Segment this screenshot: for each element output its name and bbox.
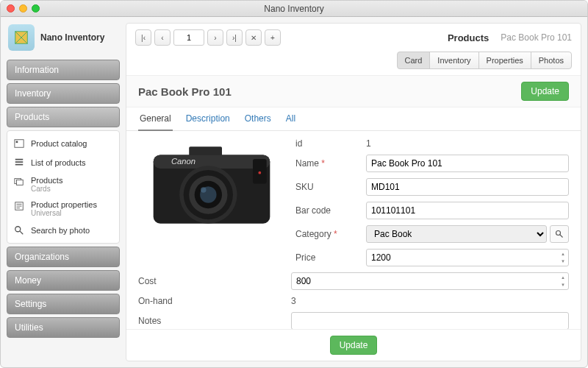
main-panel: |‹ ‹ › ›| ✕ + Products Pac Book Pro 101 … — [126, 23, 581, 361]
svg-rect-2 — [16, 141, 18, 144]
svg-point-18 — [556, 231, 561, 236]
svg-rect-7 — [189, 146, 222, 156]
cards-icon — [13, 176, 25, 188]
subnav-label: Products — [31, 176, 62, 185]
record-title: Pac Book Pro 101 — [138, 85, 521, 98]
record-header: Pac Book Pro 101 Update — [126, 75, 581, 107]
input-notes[interactable] — [291, 312, 569, 329]
nav-money[interactable]: Money — [7, 270, 120, 291]
record-number-input[interactable] — [173, 29, 204, 46]
input-barcode[interactable] — [366, 202, 569, 219]
search-icon — [555, 230, 564, 238]
subnav-sublabel: Cards — [31, 185, 62, 193]
nav-inventory[interactable]: Inventory — [7, 83, 120, 104]
viewtab-photos[interactable]: Photos — [531, 52, 572, 69]
app-header: Nano Inventory — [7, 23, 120, 57]
label-sku: SKU — [295, 182, 360, 192]
svg-point-17 — [258, 171, 261, 174]
record-toolbar: |‹ ‹ › ›| ✕ + Products Pac Book Pro 101 — [126, 24, 581, 52]
subnav-product-properties[interactable]: Product properties Universal — [7, 197, 119, 221]
label-price: Price — [295, 252, 360, 263]
select-category[interactable]: Pac Book — [366, 225, 547, 243]
app-icon — [8, 24, 35, 51]
last-record-button[interactable]: ›| — [226, 29, 243, 46]
label-id: id — [295, 138, 360, 149]
label-cost: Cost — [138, 276, 285, 286]
search-icon — [13, 224, 25, 236]
breadcrumb-section: Products — [448, 32, 489, 43]
viewtab-inventory[interactable]: Inventory — [429, 52, 478, 69]
catalog-icon — [13, 138, 25, 149]
update-button-top[interactable]: Update — [521, 82, 569, 101]
svg-point-6 — [15, 227, 21, 232]
viewtab-properties[interactable]: Properties — [478, 52, 531, 69]
nav-products-submenu: Product catalog List of products Product… — [7, 130, 120, 244]
subnav-label: List of products — [31, 158, 86, 167]
label-name: Name — [295, 158, 319, 169]
nav-organizations[interactable]: Organizations — [7, 247, 120, 267]
nav-products[interactable]: Products — [7, 107, 120, 127]
label-notes: Notes — [138, 316, 285, 326]
next-record-button[interactable]: › — [207, 29, 223, 46]
input-price[interactable] — [366, 249, 569, 266]
prev-record-button[interactable]: ‹ — [154, 29, 171, 46]
subnav-list-of-products[interactable]: List of products — [7, 153, 119, 172]
price-step-up[interactable]: ▲ — [559, 250, 567, 258]
subnav-sublabel: Universal — [31, 209, 97, 217]
first-record-button[interactable]: |‹ — [135, 29, 151, 46]
list-icon — [13, 157, 25, 169]
label-onhand: On-hand — [138, 296, 285, 306]
brand-label: Canon — [171, 157, 196, 166]
category-lookup-button[interactable] — [550, 225, 569, 243]
subnav-label: Product catalog — [31, 139, 87, 148]
nav-utilities[interactable]: Utilities — [7, 317, 120, 338]
subnav-product-catalog[interactable]: Product catalog — [7, 134, 119, 153]
viewtab-card[interactable]: Card — [397, 52, 431, 69]
tab-all[interactable]: All — [284, 107, 297, 130]
nav-information[interactable]: Information — [7, 60, 120, 80]
titlebar: Nano Inventory — [1, 1, 587, 17]
value-id: 1 — [366, 138, 569, 149]
label-category: Category — [295, 229, 331, 239]
label-barcode: Bar code — [295, 205, 360, 216]
subnav-search-by-photo[interactable]: Search by photo — [7, 221, 119, 240]
form-content: Canon id — [126, 131, 581, 329]
sidebar: Nano Inventory Information Inventory Pro… — [1, 17, 126, 367]
value-onhand: 3 — [291, 296, 569, 306]
add-record-button[interactable]: + — [265, 29, 281, 46]
tab-description[interactable]: Description — [184, 107, 232, 130]
delete-record-button[interactable]: ✕ — [245, 29, 262, 46]
input-cost[interactable] — [291, 272, 569, 290]
detail-tabs: General Description Others All — [126, 107, 581, 131]
input-name[interactable] — [366, 155, 569, 172]
svg-rect-1 — [15, 140, 24, 148]
svg-rect-4 — [17, 180, 24, 185]
cost-step-down[interactable]: ▼ — [559, 281, 567, 289]
product-image[interactable]: Canon — [138, 138, 285, 241]
subnav-label: Product properties — [31, 200, 97, 209]
nav-settings[interactable]: Settings — [7, 294, 120, 314]
view-tabs: Card Inventory Properties Photos — [126, 52, 581, 75]
window-title: Nano Inventory — [1, 4, 587, 14]
breadcrumb-item: Pac Book Pro 101 — [501, 32, 572, 43]
subnav-products[interactable]: Products Cards — [7, 172, 119, 197]
update-button-bottom[interactable]: Update — [330, 336, 378, 355]
svg-point-16 — [201, 187, 206, 192]
tab-general[interactable]: General — [138, 107, 173, 131]
input-sku[interactable] — [366, 178, 569, 196]
app-name: Nano Inventory — [40, 32, 104, 43]
subnav-label: Search by photo — [31, 226, 90, 235]
cost-step-up[interactable]: ▲ — [559, 274, 567, 281]
price-step-down[interactable]: ▼ — [559, 258, 567, 265]
properties-icon — [13, 200, 25, 212]
form-footer: Update — [126, 329, 581, 361]
tab-others[interactable]: Others — [243, 107, 273, 130]
